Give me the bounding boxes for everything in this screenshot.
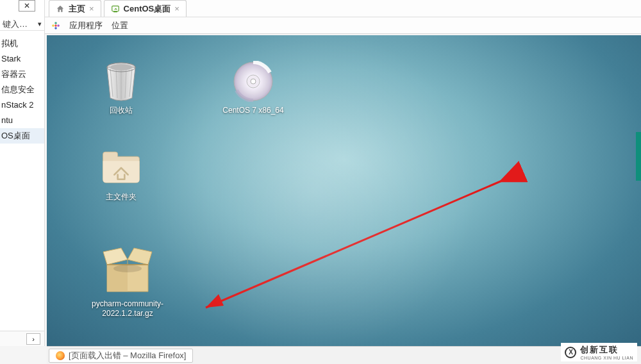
sidebar-footer: › [0, 331, 44, 346]
desktop-icon-label: pycharm-community- 2022.1.2.tar.gz [76, 299, 179, 318]
vm-item[interactable]: nStack 2 [0, 97, 44, 113]
gnome-menubar: 应用程序 位置 [45, 17, 641, 34]
vm-sidebar: ✕ 键入… ▾ 拟机 Stark 容器云 信息安全 nStack 2 ntu O… [0, 0, 45, 346]
svg-point-10 [247, 75, 260, 88]
vm-item[interactable]: OS桌面 [0, 128, 44, 144]
package-icon [102, 247, 153, 295]
svg-point-3 [54, 27, 57, 29]
sidebar-filter[interactable]: 键入… ▾ [0, 18, 44, 31]
sidebar-close-button[interactable]: ✕ [19, 0, 35, 12]
desktop-icon-disc[interactable]: CentOS 7 x86_64 [215, 61, 292, 115]
vm-item[interactable]: Stark [0, 51, 44, 67]
desktop-icon-trash[interactable]: 回收站 [83, 61, 160, 115]
vm-item[interactable]: ntu [0, 113, 44, 128]
vm-icon [111, 4, 120, 13]
tab-label: 主页 [69, 3, 85, 15]
tab-centos[interactable]: CentOS桌面 × [104, 0, 187, 17]
chevron-down-icon: ▾ [38, 20, 42, 28]
taskbar-firefox[interactable]: [页面载入出错 – Mozilla Firefox] [49, 349, 193, 363]
menu-places[interactable]: 位置 [112, 20, 128, 31]
taskbar: [页面载入出错 – Mozilla Firefox] [47, 346, 641, 364]
taskbar-app-title: [页面载入出错 – Mozilla Firefox] [69, 350, 186, 361]
vm-item[interactable]: 信息安全 [0, 82, 44, 97]
home-icon [56, 4, 65, 13]
svg-point-1 [54, 24, 57, 27]
menu-applications[interactable]: 应用程序 [69, 20, 103, 31]
svg-point-9 [234, 62, 272, 101]
tab-bar: 主页 × CentOS桌面 × [45, 0, 641, 17]
svg-point-7 [107, 63, 135, 72]
svg-point-6 [107, 63, 135, 72]
svg-line-13 [206, 173, 520, 308]
watermark: X 创新互联 CHUANG XIN HU LIAN [561, 343, 637, 361]
tab-label: CentOS桌面 [124, 3, 171, 15]
activities-icon[interactable] [51, 21, 60, 30]
annotation-arrow [94, 70, 641, 364]
watermark-text: 创新互联 [580, 345, 619, 354]
sidebar-filter-text: 键入… [3, 19, 38, 30]
svg-point-5 [57, 24, 60, 27]
disc-icon [233, 61, 274, 102]
right-accent [636, 132, 641, 181]
svg-point-12 [113, 265, 142, 272]
trash-icon [101, 61, 142, 102]
desktop-icon-home[interactable]: 主文件夹 [83, 147, 160, 202]
watermark-subtext: CHUANG XIN HU LIAN [580, 356, 633, 360]
svg-point-11 [251, 79, 256, 84]
desktop-icon-label: CentOS 7 x86_64 [215, 106, 292, 115]
sidebar-expand-button[interactable]: › [26, 333, 40, 345]
svg-point-2 [54, 22, 57, 24]
vm-list: 拟机 Stark 容器云 信息安全 nStack 2 ntu OS桌面 [0, 36, 44, 144]
close-icon[interactable]: × [89, 4, 94, 13]
close-icon[interactable]: × [174, 4, 179, 13]
svg-point-4 [52, 24, 54, 27]
watermark-logo-icon: X [565, 347, 576, 358]
desktop-icon-label: 回收站 [83, 106, 160, 115]
firefox-icon [56, 351, 65, 360]
desktop[interactable]: 回收站 CentOS 7 x86_64 主文件夹 [47, 35, 641, 346]
home-folder-icon [101, 147, 142, 188]
tab-home[interactable]: 主页 × [49, 0, 101, 17]
desktop-icon-package[interactable]: pycharm-community- 2022.1.2.tar.gz [76, 247, 179, 318]
desktop-icon-label: 主文件夹 [83, 192, 160, 202]
svg-point-8 [110, 64, 132, 70]
vm-item[interactable]: 容器云 [0, 67, 44, 82]
vm-item[interactable]: 拟机 [0, 36, 44, 51]
